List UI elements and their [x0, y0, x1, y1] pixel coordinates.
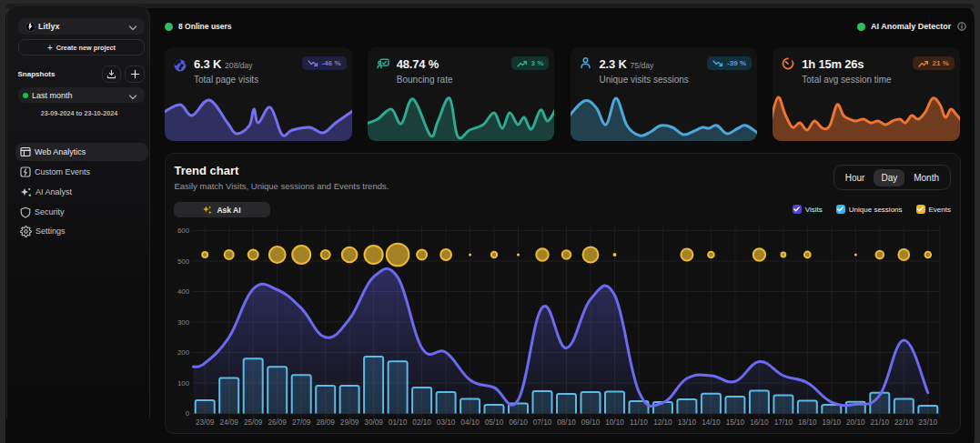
svg-text:24/09: 24/09 — [219, 418, 238, 427]
svg-text:11/10: 11/10 — [630, 418, 648, 427]
svg-text:05/10: 05/10 — [485, 418, 504, 427]
svg-text:200: 200 — [177, 348, 190, 357]
svg-text:01/10: 01/10 — [389, 418, 408, 427]
svg-text:08/10: 08/10 — [557, 418, 576, 427]
svg-text:29/09: 29/09 — [340, 418, 359, 427]
svg-text:09/10: 09/10 — [581, 418, 601, 427]
svg-text:30/09: 30/09 — [364, 418, 383, 427]
svg-text:18/10: 18/10 — [798, 418, 817, 427]
svg-text:21/10: 21/10 — [871, 418, 890, 427]
svg-text:500: 500 — [177, 257, 190, 266]
svg-text:600: 600 — [177, 227, 190, 235]
svg-text:0: 0 — [186, 409, 190, 418]
svg-text:14/10: 14/10 — [702, 418, 721, 427]
svg-text:300: 300 — [177, 318, 190, 327]
svg-text:16/10: 16/10 — [750, 418, 769, 427]
svg-text:23/09: 23/09 — [196, 418, 215, 427]
svg-text:26/09: 26/09 — [268, 418, 287, 427]
svg-text:20/10: 20/10 — [846, 418, 865, 427]
svg-text:25/09: 25/09 — [244, 418, 263, 427]
svg-text:100: 100 — [177, 379, 190, 388]
svg-text:07/10: 07/10 — [533, 418, 552, 427]
svg-text:22/10: 22/10 — [894, 418, 914, 427]
svg-text:06/10: 06/10 — [509, 418, 528, 427]
svg-text:12/10: 12/10 — [653, 418, 672, 427]
svg-text:10/10: 10/10 — [605, 418, 624, 427]
svg-text:27/09: 27/09 — [292, 418, 311, 427]
svg-text:17/10: 17/10 — [774, 418, 793, 427]
svg-text:19/10: 19/10 — [823, 418, 842, 427]
svg-text:28/09: 28/09 — [316, 418, 335, 427]
svg-text:03/10: 03/10 — [437, 418, 456, 427]
svg-text:15/10: 15/10 — [726, 418, 745, 427]
svg-text:02/10: 02/10 — [412, 418, 431, 427]
svg-text:13/10: 13/10 — [678, 418, 697, 427]
svg-text:400: 400 — [177, 287, 190, 296]
svg-text:04/10: 04/10 — [460, 418, 480, 427]
svg-text:23/10: 23/10 — [919, 418, 938, 427]
